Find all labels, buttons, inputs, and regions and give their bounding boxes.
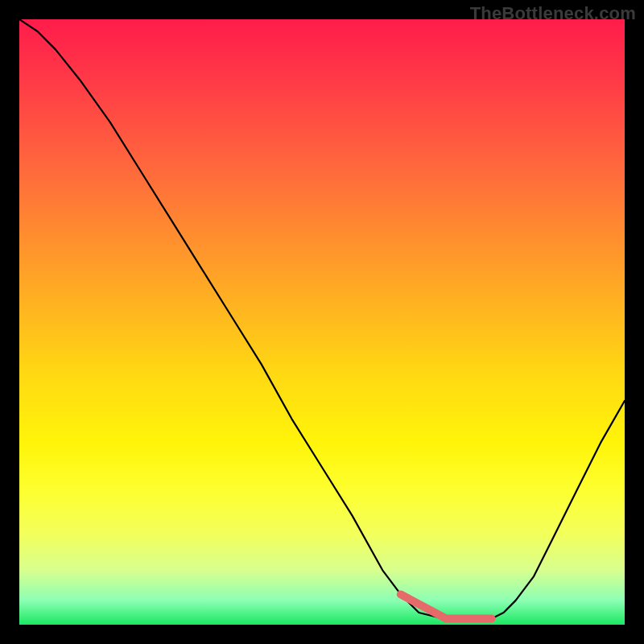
watermark-text: TheBottleneck.com — [470, 3, 636, 24]
bottleneck-curve — [19, 19, 625, 619]
plot-background-gradient — [19, 19, 625, 625]
bottleneck-curve-svg — [19, 19, 625, 625]
optimal-range-marker — [401, 594, 492, 618]
chart-frame: TheBottleneck.com — [0, 0, 644, 644]
